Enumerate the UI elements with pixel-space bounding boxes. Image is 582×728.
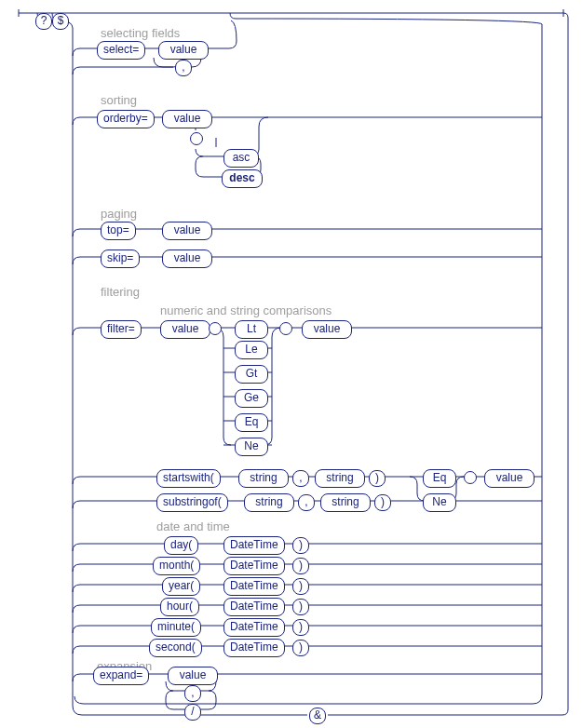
syntax-railroad-diagram: ? $ selecting fields select= value , sor… bbox=[0, 0, 582, 728]
value-token-1: value bbox=[158, 41, 209, 60]
label-filtering-sub: numeric and string comparisons bbox=[160, 303, 332, 317]
Ne-token: Ne bbox=[235, 438, 268, 456]
comma-token-1: , bbox=[175, 60, 192, 76]
datetime-token-3: DateTime bbox=[223, 577, 285, 596]
string-token-1: string bbox=[238, 469, 289, 488]
comma-token-2: , bbox=[292, 470, 309, 487]
select-token: select= bbox=[97, 41, 145, 60]
substringof-token: substringof( bbox=[156, 493, 228, 512]
rparen-second: ) bbox=[292, 640, 309, 656]
datetime-token-6: DateTime bbox=[223, 639, 285, 657]
expand-token: expand= bbox=[93, 667, 149, 685]
datetime-token-4: DateTime bbox=[223, 598, 285, 616]
junction-dot-2 bbox=[209, 322, 222, 335]
rparen-hour: ) bbox=[292, 599, 309, 615]
Ne-token-2: Ne bbox=[423, 493, 456, 512]
Le-token: Le bbox=[235, 341, 268, 359]
string-token-4: string bbox=[320, 493, 371, 512]
dollar-token: $ bbox=[52, 13, 69, 30]
slash-token: / bbox=[184, 704, 201, 721]
junction-dot-1 bbox=[190, 132, 203, 145]
datetime-token-1: DateTime bbox=[223, 536, 285, 555]
question-mark-token: ? bbox=[35, 13, 52, 30]
label-sorting: sorting bbox=[101, 93, 137, 107]
second-token: second( bbox=[149, 639, 202, 657]
asc-token: asc bbox=[223, 149, 259, 168]
value-token-6: value bbox=[302, 320, 352, 339]
year-token: year( bbox=[162, 577, 200, 596]
Gt-token: Gt bbox=[235, 365, 268, 384]
comma-token-4: , bbox=[184, 685, 201, 702]
rparen-month: ) bbox=[292, 558, 309, 574]
Eq-token-2: Eq bbox=[423, 469, 456, 488]
junction-dot-3 bbox=[279, 322, 292, 335]
datetime-token-5: DateTime bbox=[223, 618, 285, 637]
rparen-token-1: ) bbox=[369, 470, 386, 487]
value-token-8: value bbox=[168, 667, 218, 685]
value-token-5: value bbox=[160, 320, 210, 339]
value-token-3: value bbox=[162, 222, 212, 240]
top-token: top= bbox=[101, 222, 136, 240]
desc-token: desc bbox=[222, 169, 263, 188]
label-filtering: filtering bbox=[101, 285, 140, 299]
label-selecting: selecting fields bbox=[101, 26, 180, 40]
datetime-token-2: DateTime bbox=[223, 557, 285, 575]
junction-dot-4 bbox=[464, 471, 477, 484]
Lt-token: Lt bbox=[235, 320, 268, 339]
rparen-minute: ) bbox=[292, 619, 309, 636]
hour-token: hour( bbox=[160, 598, 199, 616]
month-token: month( bbox=[153, 557, 200, 575]
ampersand-token: & bbox=[309, 708, 326, 724]
rparen-day: ) bbox=[292, 537, 309, 554]
value-token-4: value bbox=[162, 249, 212, 268]
Eq-token: Eq bbox=[235, 413, 268, 432]
string-token-2: string bbox=[315, 469, 365, 488]
rparen-token-2: ) bbox=[374, 494, 391, 511]
rparen-year: ) bbox=[292, 578, 309, 595]
label-datetime: date and time bbox=[156, 519, 230, 533]
comma-token-3: , bbox=[298, 494, 315, 511]
day-token: day( bbox=[164, 536, 198, 555]
label-paging: paging bbox=[101, 207, 137, 221]
orderby-token: orderby= bbox=[97, 110, 155, 128]
rail-lines bbox=[0, 0, 582, 728]
value-token-7: value bbox=[484, 469, 535, 488]
minute-token: minute( bbox=[151, 618, 201, 637]
Ge-token: Ge bbox=[235, 389, 268, 408]
filter-token: filter= bbox=[101, 320, 142, 339]
string-token-3: string bbox=[244, 493, 294, 512]
startswith-token: startswith( bbox=[156, 469, 221, 488]
skip-token: skip= bbox=[101, 249, 140, 268]
value-token-2: value bbox=[162, 110, 212, 128]
